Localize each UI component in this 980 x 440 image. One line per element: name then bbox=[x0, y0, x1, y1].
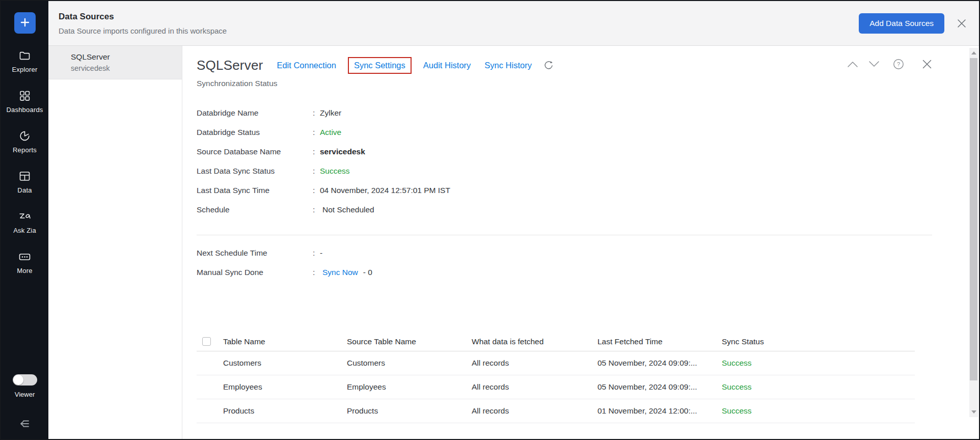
scrollbar-down-arrow[interactable] bbox=[969, 408, 978, 416]
sidebar-item-dashboards[interactable]: Dashboards bbox=[6, 89, 43, 114]
cell-sync-status: Success bbox=[722, 382, 915, 392]
section-divider bbox=[197, 235, 932, 235]
cell-table-name: Products bbox=[223, 406, 347, 416]
table-row[interactable]: Employees Employees All records 05 Novem… bbox=[197, 375, 915, 399]
viewer-toggle-label: Viewer bbox=[15, 391, 35, 398]
refresh-icon[interactable] bbox=[543, 61, 554, 71]
scrollbar-up-arrow[interactable] bbox=[969, 49, 978, 57]
sidebar-item-reports[interactable]: Reports bbox=[13, 129, 37, 154]
scrollbar-thumb[interactable] bbox=[970, 58, 977, 380]
close-panel-icon[interactable] bbox=[921, 58, 933, 70]
select-all-checkbox[interactable] bbox=[202, 337, 211, 346]
cell-sync-status: Success bbox=[722, 406, 915, 416]
col-last-fetched: Last Fetched Time bbox=[597, 337, 722, 346]
sidebar-item-label: Ask Zia bbox=[13, 227, 36, 234]
cell-last-fetched: 05 November, 2024 09:09:... bbox=[597, 359, 722, 368]
panel-scrollbar bbox=[969, 48, 978, 417]
tab-sync-settings[interactable]: Sync Settings bbox=[348, 57, 412, 74]
cell-source-table: Employees bbox=[347, 382, 472, 392]
table-header-row: Table Name Source Table Name What data i… bbox=[197, 332, 915, 351]
cell-sync-status: Success bbox=[722, 359, 915, 368]
last-sync-status-value: Success bbox=[320, 167, 350, 176]
sync-now-link[interactable]: Sync Now bbox=[322, 268, 358, 277]
source-database: servicedesk bbox=[71, 64, 177, 72]
sidebar-item-explorer[interactable]: Explorer bbox=[12, 49, 37, 73]
collapse-sidebar-icon[interactable] bbox=[17, 418, 33, 432]
next-schedule-time-value: - bbox=[320, 249, 322, 258]
schedule-fields: Next Schedule Time: - Manual Sync Done: … bbox=[197, 243, 979, 282]
kv-schedule: Schedule: Not Scheduled bbox=[197, 200, 979, 219]
sidebar-item-label: Reports bbox=[13, 146, 37, 154]
sidebar-bottom: Viewer bbox=[1, 374, 48, 432]
cell-source-table: Customers bbox=[347, 359, 472, 368]
chevron-down-icon[interactable] bbox=[868, 60, 880, 68]
sidebar-item-label: More bbox=[17, 267, 32, 274]
manual-sync-count: - 0 bbox=[363, 268, 372, 277]
add-data-sources-button[interactable]: Add Data Sources bbox=[859, 13, 944, 34]
page-subtitle: Data Source imports configured in this w… bbox=[59, 26, 227, 35]
sidebar-item-more[interactable]: More bbox=[17, 250, 32, 274]
kv-databridge-status: Databridge Status: Active bbox=[197, 123, 979, 142]
kv-manual-sync-done: Manual Sync Done: Sync Now - 0 bbox=[197, 263, 979, 282]
source-list-panel: SQLServer servicedesk bbox=[48, 46, 182, 439]
section-title: Synchronization Status bbox=[197, 79, 979, 88]
content-area: Data Sources Data Source imports configu… bbox=[48, 1, 979, 439]
panel-tools: ? bbox=[847, 58, 933, 70]
ellipsis-icon bbox=[18, 250, 32, 263]
sidebar: Explorer Dashboards Reports Data Ask Zia bbox=[1, 1, 48, 439]
kv-next-schedule-time: Next Schedule Time: - bbox=[197, 243, 979, 263]
col-sync-status: Sync Status bbox=[722, 337, 915, 346]
plus-icon bbox=[20, 17, 30, 29]
databridge-status-value: Active bbox=[320, 128, 341, 137]
close-page-icon[interactable] bbox=[956, 17, 968, 30]
sync-status-fields: Databridge Name: Zylker Databridge Statu… bbox=[197, 103, 979, 219]
source-title: SQLServer bbox=[197, 58, 263, 73]
tab-audit-history[interactable]: Audit History bbox=[423, 61, 471, 70]
sidebar-item-ask-zia[interactable]: Ask Zia bbox=[13, 210, 36, 234]
databridge-name-value: Zylker bbox=[320, 108, 341, 118]
cell-fetched: All records bbox=[472, 359, 597, 368]
folder-icon bbox=[18, 49, 32, 62]
cell-source-table: Products bbox=[347, 406, 472, 416]
col-what-data: What data is fetched bbox=[472, 337, 597, 346]
zia-icon bbox=[18, 210, 32, 223]
col-table-name: Table Name bbox=[223, 337, 347, 346]
table-icon bbox=[18, 170, 32, 183]
tables-list: Table Name Source Table Name What data i… bbox=[197, 332, 915, 423]
tab-edit-connection[interactable]: Edit Connection bbox=[277, 61, 336, 70]
table-row[interactable]: Products Products All records 01 Novembe… bbox=[197, 399, 915, 423]
sidebar-item-label: Data bbox=[17, 186, 32, 194]
col-source-table-name: Source Table Name bbox=[347, 337, 472, 346]
cell-last-fetched: 01 November, 2024 12:00:... bbox=[597, 406, 722, 416]
page-title: Data Sources bbox=[59, 12, 227, 22]
source-name: SQLServer bbox=[71, 52, 177, 62]
source-detail-panel: SQLServer Edit Connection Sync Settings … bbox=[182, 46, 979, 439]
table-row[interactable]: Customers Customers All records 05 Novem… bbox=[197, 351, 915, 375]
sidebar-item-label: Dashboards bbox=[6, 106, 43, 114]
cell-fetched: All records bbox=[472, 406, 597, 416]
kv-last-sync-status: Last Data Sync Status: Success bbox=[197, 161, 979, 181]
last-sync-time-value: 04 November, 2024 12:57:01 PM IST bbox=[320, 186, 450, 195]
cell-table-name: Customers bbox=[223, 359, 347, 368]
dashboard-grid-icon bbox=[18, 89, 32, 102]
sidebar-item-label: Explorer bbox=[12, 66, 37, 73]
source-database-name-value: servicedesk bbox=[320, 147, 365, 156]
schedule-value: Not Scheduled bbox=[322, 205, 374, 214]
kv-databridge-name: Databridge Name: Zylker bbox=[197, 103, 979, 123]
chevron-up-icon[interactable] bbox=[847, 60, 859, 68]
tab-sync-history[interactable]: Sync History bbox=[484, 61, 532, 70]
cell-fetched: All records bbox=[472, 382, 597, 392]
sidebar-item-data[interactable]: Data bbox=[17, 170, 32, 194]
pie-chart-icon bbox=[18, 129, 32, 143]
kv-source-database-name: Source Database Name: servicedesk bbox=[197, 142, 979, 161]
cell-table-name: Employees bbox=[223, 382, 347, 392]
page-header: Data Sources Data Source imports configu… bbox=[48, 1, 979, 46]
create-new-button[interactable] bbox=[14, 12, 36, 34]
cell-last-fetched: 05 November, 2024 09:09:... bbox=[597, 382, 722, 392]
viewer-toggle[interactable] bbox=[13, 374, 37, 386]
source-list-item-sqlserver[interactable]: SQLServer servicedesk bbox=[48, 46, 182, 79]
svg-text:?: ? bbox=[897, 61, 900, 67]
toggle-knob bbox=[13, 375, 23, 385]
help-icon[interactable]: ? bbox=[892, 58, 905, 70]
app-window: Explorer Dashboards Reports Data Ask Zia bbox=[0, 0, 980, 440]
